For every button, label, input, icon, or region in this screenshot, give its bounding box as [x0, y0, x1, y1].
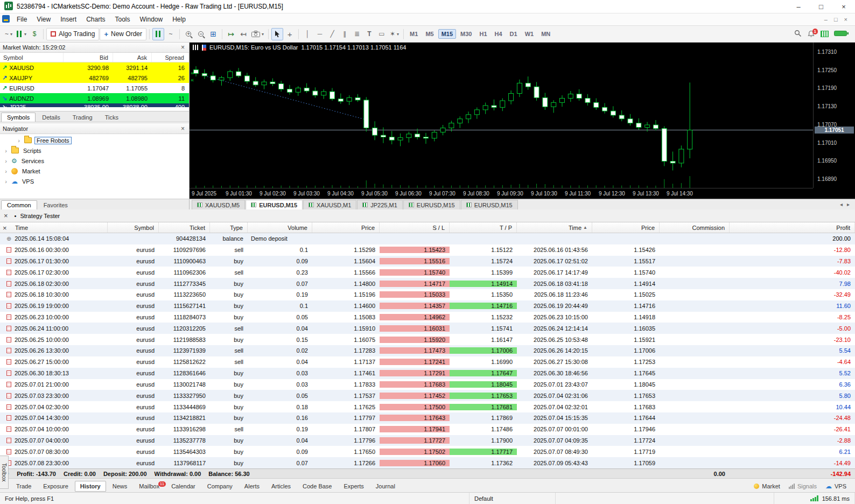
history-column-time-close[interactable]: Time▲ [517, 222, 592, 233]
chart-tab-5-eurusd-m15[interactable]: EURUSD,M15 [461, 200, 518, 209]
tab-history[interactable]: History [75, 481, 106, 492]
mdi-close-button[interactable]: × [844, 16, 847, 23]
chart-type-dropdown[interactable]: ~▾ [3, 28, 15, 40]
history-column-time[interactable]: Time [0, 222, 108, 233]
close-icon[interactable]: × [4, 212, 8, 220]
history-column-profit[interactable]: Profit [730, 222, 855, 233]
menu-window[interactable]: Window [135, 14, 168, 25]
shapes-button[interactable]: ▭ [376, 28, 388, 40]
tab-experts[interactable]: Experts [338, 481, 369, 492]
market-watch-row-xaujpy[interactable]: ↗XAUJPY48276948279526 [0, 73, 189, 83]
history-row[interactable]: 2025.07.07 04:00:00eurusd1135237778buy0.… [0, 435, 855, 446]
menu-help[interactable]: Help [167, 14, 191, 25]
history-row[interactable]: 2025.06.19 19:00:00eurusd1115627141buy0.… [0, 300, 855, 312]
history-column-s-l[interactable]: S / L [380, 222, 450, 233]
chart-plot[interactable] [190, 43, 813, 188]
tab-journal[interactable]: Journal [370, 481, 401, 492]
chart-tab-4-eurusd-m15[interactable]: EURUSD,M15 [403, 200, 460, 209]
market-watch-column-symbol[interactable]: Symbol [0, 53, 64, 62]
history-row[interactable]: 2025.06.17 02:30:00eurusd1110962306sell0… [0, 267, 855, 278]
notifications-button[interactable]: 1 [807, 30, 815, 38]
expand-icon[interactable]: › [3, 178, 9, 185]
tab-mailbox[interactable]: Mailbox11 [134, 481, 165, 492]
channel-button[interactable]: ∥ [339, 28, 351, 40]
connection-status[interactable]: 156.81 ms [774, 493, 855, 504]
vps-dock-item[interactable]: ☁VPS [825, 483, 846, 489]
tab-calendar[interactable]: Calendar [166, 481, 201, 492]
cursor-button[interactable] [271, 28, 283, 40]
history-row[interactable]: 2025.06.27 15:00:00eurusd1125812622sell0… [0, 356, 855, 368]
menu-charts[interactable]: Charts [81, 14, 110, 25]
horizontal-line-button[interactable]: ─ [314, 28, 326, 40]
close-icon[interactable]: × [179, 44, 186, 51]
history-row[interactable]: 2025.06.16 00:30:00eurusd1109297696sell0… [0, 244, 855, 256]
history-row[interactable]: 2025.06.17 01:30:00eurusd1110900463buy0.… [0, 256, 855, 267]
timeframe-mn-button[interactable]: MN [538, 29, 553, 39]
menu-tools[interactable]: Tools [110, 14, 135, 25]
history-row[interactable]: ⊕2025.06.14 15:08:04904428134balanceDemo… [0, 233, 855, 244]
history-row[interactable]: 2025.07.04 14:30:00eurusd1134218821buy0.… [0, 412, 855, 424]
line-chart-button[interactable]: ~ [165, 28, 177, 40]
history-row[interactable]: 2025.07.08 23:30:00eurusd1137968117buy0.… [0, 457, 855, 468]
navigator-item-free-robots[interactable]: ›Free Robots [0, 135, 189, 145]
history-column-price[interactable]: Price [312, 222, 380, 233]
vertical-line-button[interactable]: │ [302, 28, 313, 40]
tab-trade[interactable]: Trade [11, 481, 37, 492]
history-row[interactable]: 2025.07.07 08:30:00eurusd1135464303buy0.… [0, 446, 855, 457]
market-watch-column-ask[interactable]: Ask [113, 53, 152, 62]
history-row[interactable]: 2025.07.03 23:30:00eurusd1133327950buy0.… [0, 390, 855, 401]
history-row[interactable]: 2025.06.25 10:00:00eurusd1121988583buy0.… [0, 334, 855, 345]
tab-exposure[interactable]: Exposure [38, 481, 73, 492]
tab-details[interactable]: Details [36, 113, 66, 122]
time-axis[interactable]: 9 Jul 20259 Jul 01:309 Jul 02:309 Jul 03… [190, 188, 813, 199]
tile-windows-button[interactable]: ⊞ [207, 28, 219, 40]
algo-trading-button[interactable]: Algo Trading [46, 28, 99, 40]
text-tool-button[interactable]: T [363, 28, 375, 40]
timeframe-m30-button[interactable]: M30 [457, 29, 475, 39]
history-row[interactable]: 2025.07.01 21:00:00eurusd1130021748buy0.… [0, 379, 855, 390]
mdi-minimize-button[interactable]: – [824, 16, 828, 23]
history-row[interactable]: 2025.07.04 02:30:00eurusd1133444869buy0.… [0, 401, 855, 412]
timeframe-h1-button[interactable]: H1 [476, 29, 490, 39]
tab-articles[interactable]: Articles [266, 481, 296, 492]
timeframe-d1-button[interactable]: D1 [507, 29, 521, 39]
tab-back-icon[interactable]: ◂ [840, 201, 843, 207]
chart-template-dropdown[interactable]: ▾ [15, 28, 28, 40]
minimize-button[interactable]: – [787, 0, 810, 13]
history-column-symbol[interactable]: Symbol [108, 222, 159, 233]
tab-news[interactable]: News [107, 481, 133, 492]
menu-file[interactable]: File [12, 14, 32, 25]
close-icon[interactable]: × [179, 125, 186, 132]
market-watch-column-bid[interactable]: Bid [64, 53, 113, 62]
expand-icon[interactable]: › [3, 168, 9, 174]
expand-icon[interactable]: › [3, 148, 9, 154]
close-button[interactable]: × [832, 0, 855, 13]
chart-window[interactable]: EURUSD,M15: Euro vs US Dollar 1.17015 1.… [190, 43, 855, 199]
history-column-volume[interactable]: Volume [248, 222, 312, 233]
crosshair-button[interactable]: + [284, 28, 296, 40]
tab-code-base[interactable]: Code Base [297, 481, 337, 492]
history-column-t-p[interactable]: T / P [450, 222, 517, 233]
levels-icon[interactable] [821, 31, 829, 37]
history-row[interactable]: 2025.06.18 10:30:00eurusd1113223650buy0.… [0, 289, 855, 300]
timeframe-m15-button[interactable]: M15 [438, 29, 456, 39]
timeframe-h4-button[interactable]: H4 [492, 29, 506, 39]
search-button[interactable] [794, 30, 802, 38]
tab-trading[interactable]: Trading [67, 113, 99, 122]
navigator-item-services[interactable]: ›⚙Services [0, 156, 189, 166]
tab-common[interactable]: Common [1, 200, 37, 209]
depth-of-market-button[interactable]: $ [29, 28, 40, 40]
history-column-ticket[interactable]: Ticket [159, 222, 210, 233]
chart-tab-0-xauusd-m5[interactable]: XAUUSD,M5 [192, 200, 245, 209]
market-watch-row-eurusd[interactable]: ↗EURUSD1.170471.170558 [0, 83, 189, 93]
chart-shift-button[interactable]: ↤ [237, 28, 249, 40]
market-watch-row-jp225[interactable]: ↘JP22538035.0038038.00400 [0, 103, 189, 107]
history-column-price[interactable]: Price [592, 222, 660, 233]
timeframe-w1-button[interactable]: W1 [522, 29, 537, 39]
screenshot-button[interactable]: ▾ [250, 28, 265, 40]
signals-dock-item[interactable]: Signals [789, 483, 817, 489]
close-icon[interactable]: × [3, 224, 7, 232]
market-watch-column-spread[interactable]: Spread [152, 53, 189, 62]
history-row[interactable]: 2025.07.04 10:00:00eurusd1133916298sell0… [0, 424, 855, 435]
tab-company[interactable]: Company [202, 481, 238, 492]
